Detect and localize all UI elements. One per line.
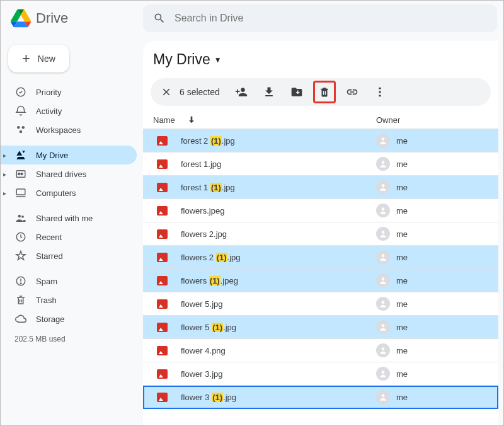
image-file-icon xyxy=(157,276,168,285)
sidebar-item-label: Storage xyxy=(36,314,65,324)
file-row[interactable]: forest 1.jpgme xyxy=(143,153,498,176)
file-row[interactable]: flowers 2.jpgme xyxy=(143,222,498,246)
file-row[interactable]: flowers (1).jpegme xyxy=(143,269,498,292)
image-file-icon xyxy=(157,229,168,239)
file-thumb xyxy=(143,159,181,169)
link-button[interactable] xyxy=(341,81,364,103)
plus-icon: + xyxy=(22,54,30,63)
file-name: flowers.jpeg xyxy=(181,206,376,216)
file-name: flowers (1).jpeg xyxy=(181,276,376,285)
file-name: flowers 2 (1).jpg xyxy=(181,253,376,262)
sort-arrow-icon xyxy=(186,115,197,125)
search-bar[interactable] xyxy=(143,4,497,32)
file-thumb xyxy=(143,206,181,216)
file-owner: me xyxy=(376,297,498,311)
page-title[interactable]: My Drive ▼ xyxy=(143,41,498,78)
svg-point-17 xyxy=(382,161,385,164)
sidebar: + New PriorityActivityWorkspaces▸My Driv… xyxy=(1,36,143,425)
sidebar-item-label: Activity xyxy=(36,106,62,116)
svg-point-24 xyxy=(382,324,385,327)
svg-point-12 xyxy=(20,283,21,284)
owner-avatar-icon xyxy=(376,320,390,334)
selection-toolbar: 6 selected xyxy=(151,78,491,106)
sidebar-item-activity[interactable]: Activity xyxy=(1,101,137,120)
sidebar-item-computers[interactable]: ▸Computers xyxy=(1,183,137,202)
share-button[interactable] xyxy=(230,81,253,103)
expand-caret-icon[interactable]: ▸ xyxy=(3,171,6,178)
sidebar-item-priority[interactable]: Priority xyxy=(1,83,137,101)
sidebar-item-spam[interactable]: Spam xyxy=(1,272,137,291)
image-file-icon xyxy=(157,136,168,146)
person-add-icon xyxy=(235,86,248,98)
more-vert-icon xyxy=(374,86,386,98)
sidebar-item-workspaces[interactable]: Workspaces xyxy=(1,120,137,139)
file-row[interactable]: flower 3.jpgme xyxy=(143,362,498,386)
file-owner: me xyxy=(376,390,498,404)
svg-point-26 xyxy=(382,371,385,374)
image-file-icon xyxy=(157,323,168,332)
sidebar-item-shared[interactable]: Shared with me xyxy=(1,209,137,227)
file-thumb xyxy=(143,393,181,402)
svg-point-3 xyxy=(20,130,23,134)
recent-icon xyxy=(14,231,27,243)
owner-avatar-icon xyxy=(376,250,390,264)
owner-avatar-icon xyxy=(376,180,390,194)
computers-icon xyxy=(14,187,27,199)
file-row[interactable]: flowers.jpegme xyxy=(143,199,498,222)
storage-used-text: 202.5 MB used xyxy=(1,328,143,343)
delete-button[interactable] xyxy=(313,81,336,103)
file-thumb xyxy=(143,369,181,379)
more-button[interactable] xyxy=(369,81,391,103)
sidebar-item-label: My Drive xyxy=(36,151,68,160)
file-row[interactable]: forest 1 (1).jpgme xyxy=(143,176,498,199)
trash-icon xyxy=(14,294,27,306)
file-owner: me xyxy=(376,180,498,194)
top-bar: Drive xyxy=(1,1,503,36)
column-name-label: Name xyxy=(153,115,175,125)
mydrive-icon xyxy=(14,149,27,161)
svg-point-2 xyxy=(22,126,25,129)
sidebar-item-recent[interactable]: Recent xyxy=(1,227,137,246)
file-row[interactable]: flower 5.jpgme xyxy=(143,292,498,316)
sidebar-item-label: Shared drives xyxy=(36,170,86,179)
svg-point-9 xyxy=(21,216,24,218)
svg-point-22 xyxy=(382,277,385,280)
file-row[interactable]: forest 2 (1).jpgme xyxy=(143,129,498,153)
file-row[interactable]: flower 3 (1).jpgme xyxy=(143,386,498,409)
sidebar-item-shareddrives[interactable]: ▸Shared drives xyxy=(1,164,137,183)
svg-point-15 xyxy=(379,95,381,96)
sidebar-item-storage[interactable]: Storage xyxy=(1,309,137,328)
dropdown-caret-icon: ▼ xyxy=(214,55,222,64)
product-name: Drive xyxy=(36,10,68,26)
logo-area[interactable]: Drive xyxy=(7,8,143,28)
file-thumb xyxy=(143,323,181,332)
file-name: flower 5 (1).jpg xyxy=(181,323,376,332)
new-button[interactable]: + New xyxy=(8,45,69,72)
file-name: flower 3 (1).jpg xyxy=(181,393,376,402)
column-owner[interactable]: Owner xyxy=(376,115,488,125)
expand-caret-icon[interactable]: ▸ xyxy=(3,190,6,197)
sidebar-item-starred[interactable]: Starred xyxy=(1,246,137,265)
clear-selection-button[interactable] xyxy=(158,86,175,98)
sidebar-item-label: Workspaces xyxy=(36,125,81,135)
column-name[interactable]: Name xyxy=(153,115,376,125)
file-owner: me xyxy=(376,320,498,334)
folder-move-icon xyxy=(290,86,303,98)
main-area: My Drive ▼ 6 selected xyxy=(143,36,503,425)
selection-count: 6 selected xyxy=(180,87,220,97)
sidebar-item-mydrive[interactable]: ▸My Drive xyxy=(1,146,137,164)
file-row[interactable]: flowers 2 (1).jpgme xyxy=(143,246,498,269)
file-row[interactable]: flower 4.pngme xyxy=(143,339,498,362)
sidebar-item-label: Starred xyxy=(36,251,63,261)
file-row[interactable]: flower 5 (1).jpgme xyxy=(143,316,498,339)
download-button[interactable] xyxy=(258,81,280,103)
owner-avatar-icon xyxy=(376,343,390,357)
expand-caret-icon[interactable]: ▸ xyxy=(3,152,6,159)
search-input[interactable] xyxy=(175,13,487,24)
move-button[interactable] xyxy=(285,81,308,103)
trash-icon xyxy=(319,86,330,98)
priority-icon xyxy=(14,86,27,98)
search-icon xyxy=(153,12,166,25)
image-file-icon xyxy=(157,369,168,379)
sidebar-item-trash[interactable]: Trash xyxy=(1,291,137,309)
